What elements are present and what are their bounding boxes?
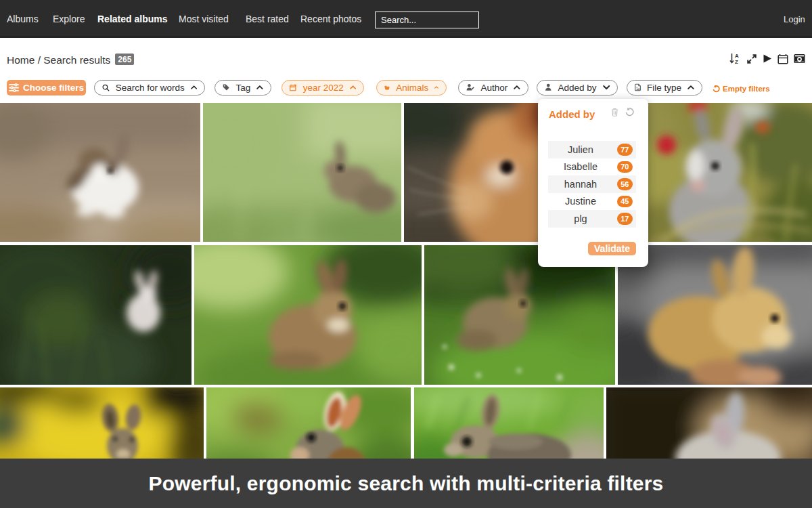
svg-text:Z: Z	[735, 59, 738, 64]
svg-text:A: A	[735, 53, 739, 59]
